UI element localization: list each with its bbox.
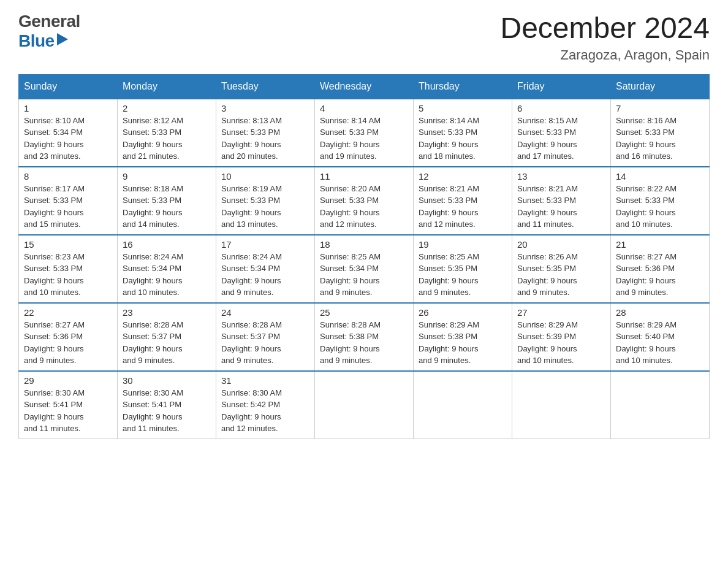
- day-info: Sunrise: 8:10 AMSunset: 5:34 PMDaylight:…: [24, 115, 112, 163]
- day-info: Sunrise: 8:29 AMSunset: 5:40 PMDaylight:…: [616, 319, 704, 367]
- calendar-week-row: 1 Sunrise: 8:10 AMSunset: 5:34 PMDayligh…: [19, 99, 710, 167]
- calendar-cell: 22 Sunrise: 8:27 AMSunset: 5:36 PMDaylig…: [19, 303, 118, 371]
- day-number: 18: [320, 239, 408, 250]
- calendar-cell: 20 Sunrise: 8:26 AMSunset: 5:35 PMDaylig…: [512, 235, 611, 303]
- day-info: Sunrise: 8:30 AMSunset: 5:42 PMDaylight:…: [221, 387, 309, 435]
- calendar-cell: 13 Sunrise: 8:21 AMSunset: 5:33 PMDaylig…: [512, 167, 611, 235]
- day-info: Sunrise: 8:20 AMSunset: 5:33 PMDaylight:…: [320, 183, 408, 231]
- title-section: December 2024 Zaragoza, Aragon, Spain: [500, 12, 710, 63]
- day-number: 20: [517, 239, 605, 250]
- day-info: Sunrise: 8:29 AMSunset: 5:38 PMDaylight:…: [419, 319, 507, 367]
- day-info: Sunrise: 8:21 AMSunset: 5:33 PMDaylight:…: [517, 183, 605, 231]
- day-info: Sunrise: 8:29 AMSunset: 5:39 PMDaylight:…: [517, 319, 605, 367]
- day-info: Sunrise: 8:12 AMSunset: 5:33 PMDaylight:…: [123, 115, 211, 163]
- day-number: 8: [24, 171, 112, 182]
- calendar-cell: 12 Sunrise: 8:21 AMSunset: 5:33 PMDaylig…: [414, 167, 512, 235]
- calendar-cell: 1 Sunrise: 8:10 AMSunset: 5:34 PMDayligh…: [19, 99, 118, 167]
- calendar-week-row: 29 Sunrise: 8:30 AMSunset: 5:41 PMDaylig…: [19, 371, 710, 439]
- weekday-header-saturday: Saturday: [611, 74, 710, 99]
- day-number: 21: [616, 239, 704, 250]
- calendar-week-row: 8 Sunrise: 8:17 AMSunset: 5:33 PMDayligh…: [19, 167, 710, 235]
- calendar-cell: 7 Sunrise: 8:16 AMSunset: 5:33 PMDayligh…: [611, 99, 710, 167]
- calendar-cell: 27 Sunrise: 8:29 AMSunset: 5:39 PMDaylig…: [512, 303, 611, 371]
- day-info: Sunrise: 8:14 AMSunset: 5:33 PMDaylight:…: [419, 115, 507, 163]
- calendar-cell: 2 Sunrise: 8:12 AMSunset: 5:33 PMDayligh…: [118, 99, 216, 167]
- calendar-cell: 28 Sunrise: 8:29 AMSunset: 5:40 PMDaylig…: [611, 303, 710, 371]
- day-number: 3: [221, 103, 309, 113]
- calendar-cell: 4 Sunrise: 8:14 AMSunset: 5:33 PMDayligh…: [315, 99, 414, 167]
- day-info: Sunrise: 8:27 AMSunset: 5:36 PMDaylight:…: [616, 251, 704, 299]
- calendar-cell: 26 Sunrise: 8:29 AMSunset: 5:38 PMDaylig…: [414, 303, 512, 371]
- calendar-week-row: 15 Sunrise: 8:23 AMSunset: 5:33 PMDaylig…: [19, 235, 710, 303]
- day-info: Sunrise: 8:13 AMSunset: 5:33 PMDaylight:…: [221, 115, 309, 163]
- calendar-cell: 23 Sunrise: 8:28 AMSunset: 5:37 PMDaylig…: [118, 303, 216, 371]
- calendar-cell: [414, 371, 512, 439]
- weekday-header-friday: Friday: [512, 74, 611, 99]
- day-number: 16: [123, 239, 211, 250]
- day-number: 15: [24, 239, 112, 250]
- calendar-table: SundayMondayTuesdayWednesdayThursdayFrid…: [18, 74, 710, 439]
- weekday-header-sunday: Sunday: [19, 74, 118, 99]
- logo-arrow-icon: [57, 33, 68, 45]
- calendar-cell: [611, 371, 710, 439]
- day-info: Sunrise: 8:30 AMSunset: 5:41 PMDaylight:…: [123, 387, 211, 435]
- day-number: 2: [123, 103, 211, 113]
- calendar-cell: 8 Sunrise: 8:17 AMSunset: 5:33 PMDayligh…: [19, 167, 118, 235]
- day-info: Sunrise: 8:28 AMSunset: 5:38 PMDaylight:…: [320, 319, 408, 367]
- page-header: General Blue December 2024 Zaragoza, Ara…: [18, 12, 710, 63]
- weekday-header-thursday: Thursday: [414, 74, 512, 99]
- calendar-cell: 16 Sunrise: 8:24 AMSunset: 5:34 PMDaylig…: [118, 235, 216, 303]
- weekday-header-wednesday: Wednesday: [315, 74, 414, 99]
- day-number: 28: [616, 307, 704, 318]
- calendar-cell: 19 Sunrise: 8:25 AMSunset: 5:35 PMDaylig…: [414, 235, 512, 303]
- svg-marker-0: [57, 33, 68, 45]
- calendar-cell: 6 Sunrise: 8:15 AMSunset: 5:33 PMDayligh…: [512, 99, 611, 167]
- day-info: Sunrise: 8:25 AMSunset: 5:35 PMDaylight:…: [419, 251, 507, 299]
- day-info: Sunrise: 8:25 AMSunset: 5:34 PMDaylight:…: [320, 251, 408, 299]
- day-info: Sunrise: 8:22 AMSunset: 5:33 PMDaylight:…: [616, 183, 704, 231]
- calendar-cell: 18 Sunrise: 8:25 AMSunset: 5:34 PMDaylig…: [315, 235, 414, 303]
- day-info: Sunrise: 8:15 AMSunset: 5:33 PMDaylight:…: [517, 115, 605, 163]
- calendar-week-row: 22 Sunrise: 8:27 AMSunset: 5:36 PMDaylig…: [19, 303, 710, 371]
- day-number: 17: [221, 239, 309, 250]
- day-number: 23: [123, 307, 211, 318]
- day-info: Sunrise: 8:27 AMSunset: 5:36 PMDaylight:…: [24, 319, 112, 367]
- day-info: Sunrise: 8:28 AMSunset: 5:37 PMDaylight:…: [123, 319, 211, 367]
- day-number: 19: [419, 239, 507, 250]
- day-number: 4: [320, 103, 408, 113]
- calendar-cell: [512, 371, 611, 439]
- day-number: 25: [320, 307, 408, 318]
- weekday-header-tuesday: Tuesday: [216, 74, 315, 99]
- day-info: Sunrise: 8:19 AMSunset: 5:33 PMDaylight:…: [221, 183, 309, 231]
- day-number: 29: [24, 375, 112, 386]
- location-title: Zaragoza, Aragon, Spain: [500, 47, 710, 63]
- day-info: Sunrise: 8:24 AMSunset: 5:34 PMDaylight:…: [123, 251, 211, 299]
- calendar-cell: 17 Sunrise: 8:24 AMSunset: 5:34 PMDaylig…: [216, 235, 315, 303]
- day-info: Sunrise: 8:18 AMSunset: 5:33 PMDaylight:…: [123, 183, 211, 231]
- calendar-cell: 3 Sunrise: 8:13 AMSunset: 5:33 PMDayligh…: [216, 99, 315, 167]
- day-number: 14: [616, 171, 704, 182]
- day-number: 1: [24, 103, 112, 113]
- month-title: December 2024: [500, 12, 710, 45]
- calendar-cell: 14 Sunrise: 8:22 AMSunset: 5:33 PMDaylig…: [611, 167, 710, 235]
- day-number: 24: [221, 307, 309, 318]
- day-number: 27: [517, 307, 605, 318]
- calendar-cell: 10 Sunrise: 8:19 AMSunset: 5:33 PMDaylig…: [216, 167, 315, 235]
- logo-blue: Blue: [18, 31, 55, 51]
- logo-general: General: [18, 12, 80, 31]
- calendar-cell: 25 Sunrise: 8:28 AMSunset: 5:38 PMDaylig…: [315, 303, 414, 371]
- day-number: 6: [517, 103, 605, 113]
- calendar-cell: 31 Sunrise: 8:30 AMSunset: 5:42 PMDaylig…: [216, 371, 315, 439]
- calendar-cell: 29 Sunrise: 8:30 AMSunset: 5:41 PMDaylig…: [19, 371, 118, 439]
- day-number: 30: [123, 375, 211, 386]
- day-info: Sunrise: 8:26 AMSunset: 5:35 PMDaylight:…: [517, 251, 605, 299]
- day-number: 26: [419, 307, 507, 318]
- day-number: 11: [320, 171, 408, 182]
- calendar-cell: 21 Sunrise: 8:27 AMSunset: 5:36 PMDaylig…: [611, 235, 710, 303]
- calendar-cell: 11 Sunrise: 8:20 AMSunset: 5:33 PMDaylig…: [315, 167, 414, 235]
- weekday-header-monday: Monday: [118, 74, 216, 99]
- calendar-cell: 24 Sunrise: 8:28 AMSunset: 5:37 PMDaylig…: [216, 303, 315, 371]
- calendar-cell: 5 Sunrise: 8:14 AMSunset: 5:33 PMDayligh…: [414, 99, 512, 167]
- day-number: 31: [221, 375, 309, 386]
- logo: General Blue: [18, 12, 80, 51]
